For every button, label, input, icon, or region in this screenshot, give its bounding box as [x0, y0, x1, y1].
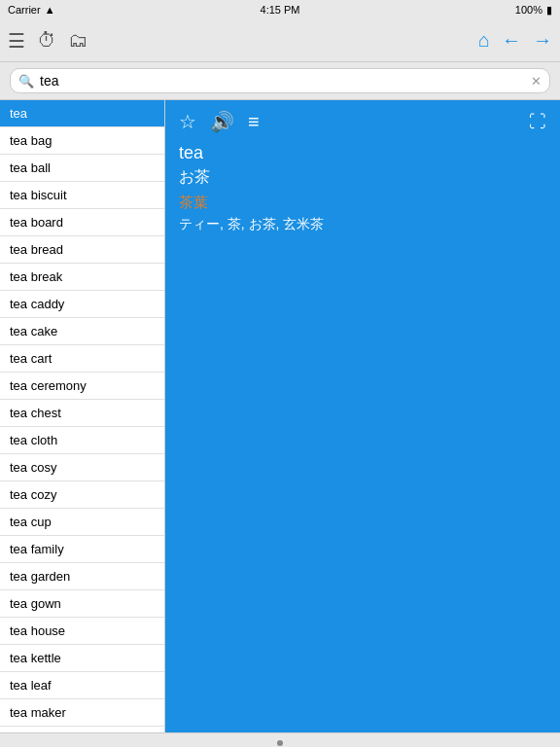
expand-icon[interactable]: ⛶ — [529, 112, 546, 132]
search-input[interactable] — [40, 73, 525, 89]
search-clear-icon[interactable]: ✕ — [531, 74, 542, 89]
search-input-container: 🔍 ✕ — [10, 68, 550, 93]
word-list-item[interactable]: tea cup — [0, 509, 164, 536]
audio-icon[interactable]: 🔊 — [210, 110, 234, 133]
word-list-item[interactable]: tea garden — [0, 563, 164, 590]
word-list-item[interactable]: tea napkin — [0, 727, 164, 732]
carrier-label: Carrier — [8, 4, 41, 16]
search-bar: 🔍 ✕ — [0, 62, 560, 100]
word-list-item[interactable]: tea cloth — [0, 427, 164, 454]
word-list-item[interactable]: tea ceremony — [0, 373, 164, 400]
detail-panel: ☆ 🔊 ≡ ⛶ tea お茶 茶葉 ティー, 茶, お茶, 玄米茶 — [165, 100, 560, 732]
nav-bar: ☰ ⏱ 🗂 ⌂ ← → — [0, 19, 560, 62]
back-icon[interactable]: ← — [502, 29, 521, 52]
word-list-item[interactable]: tea break — [0, 264, 164, 291]
nav-left: ☰ ⏱ 🗂 — [8, 29, 88, 53]
word-list-item[interactable]: tea gown — [0, 590, 164, 618]
forward-icon[interactable]: → — [533, 29, 552, 52]
word-list-item[interactable]: tea — [0, 100, 164, 127]
star-icon[interactable]: ☆ — [179, 110, 196, 133]
word-list-item[interactable]: tea biscuit — [0, 182, 164, 209]
main-content: teatea bagtea balltea biscuittea boardte… — [0, 100, 560, 732]
tab-dot — [277, 740, 283, 746]
word-list-item[interactable]: tea family — [0, 536, 164, 563]
history-icon[interactable]: ⏱ — [37, 29, 56, 52]
battery-icon: ▮ — [546, 4, 552, 17]
word-list-item[interactable]: tea cart — [0, 345, 164, 373]
battery-label: 100% — [515, 4, 542, 16]
word-list-item[interactable]: tea chest — [0, 400, 164, 427]
word-list-item[interactable]: tea caddy — [0, 291, 164, 318]
word-list-item[interactable]: tea kettle — [0, 645, 164, 672]
list-icon[interactable]: ≡ — [248, 111, 260, 133]
word-list-item[interactable]: tea bread — [0, 236, 164, 264]
word-list-item[interactable]: tea bag — [0, 127, 164, 155]
word-list-item[interactable]: tea cozy — [0, 481, 164, 509]
word-list-item[interactable]: tea house — [0, 618, 164, 645]
word-list-item[interactable]: tea leaf — [0, 672, 164, 699]
word-list-item[interactable]: tea maker — [0, 699, 164, 727]
word-list-item[interactable]: tea board — [0, 209, 164, 236]
detail-translation: お茶 — [179, 167, 546, 188]
save-icon[interactable]: 🗂 — [68, 29, 88, 52]
word-list-item[interactable]: tea ball — [0, 155, 164, 182]
detail-word: tea — [179, 143, 546, 163]
detail-toolbar: ☆ 🔊 ≡ ⛶ — [179, 110, 546, 133]
status-bar: Carrier ▲ 4:15 PM 100% ▮ — [0, 0, 560, 19]
status-right: 100% ▮ — [515, 4, 552, 17]
menu-icon[interactable]: ☰ — [8, 29, 25, 53]
word-list-item[interactable]: tea cosy — [0, 454, 164, 481]
status-left: Carrier ▲ — [8, 4, 55, 16]
detail-alt-translations: ティー, 茶, お茶, 玄米茶 — [179, 216, 546, 233]
word-list: teatea bagtea balltea biscuittea boardte… — [0, 100, 165, 732]
home-icon[interactable]: ⌂ — [478, 29, 490, 52]
word-list-item[interactable]: tea cake — [0, 318, 164, 345]
nav-right: ⌂ ← → — [478, 29, 552, 52]
search-icon: 🔍 — [18, 74, 34, 89]
tab-bar — [0, 732, 560, 747]
status-time: 4:15 PM — [261, 4, 300, 16]
wifi-icon: ▲ — [45, 4, 55, 16]
detail-phonetic: 茶葉 — [179, 194, 546, 212]
